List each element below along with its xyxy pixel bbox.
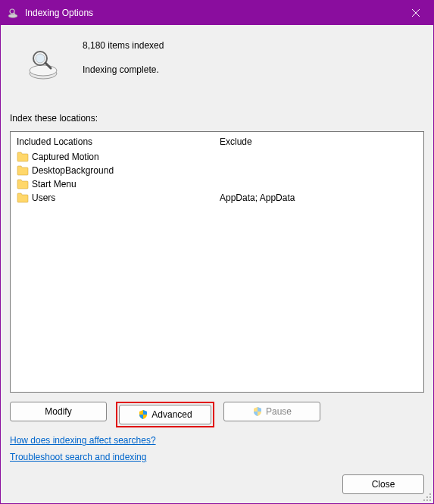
advanced-highlight: Advanced [116,402,214,427]
svg-point-14 [426,499,428,501]
status-text: 8,180 items indexed Indexing complete. [83,36,164,75]
shield-icon [252,406,263,417]
close-icon[interactable] [398,1,433,25]
list-item[interactable]: Start Menu [17,177,417,191]
list-item[interactable]: Users AppData; AppData [17,191,417,205]
locations-listbox[interactable]: Included Locations Exclude Captured Moti… [10,131,424,393]
pause-button: Pause [223,402,320,421]
resize-grip[interactable] [423,493,432,502]
close-button[interactable]: Close [342,474,424,494]
buttons-row: Modify Advanced [10,402,424,427]
locations-rows: Captured Motion DesktopBackground [11,150,423,205]
links-section: How does indexing affect searches? Troub… [10,435,424,468]
advanced-button[interactable]: Advanced [119,405,211,424]
svg-point-11 [426,496,428,498]
folder-icon [17,152,29,162]
indexing-state-label: Indexing complete. [83,64,164,75]
how-indexing-link[interactable]: How does indexing affect searches? [10,435,156,446]
list-item[interactable]: Captured Motion [17,150,417,164]
svg-point-8 [36,54,45,63]
header-exclude: Exclude [220,136,417,147]
items-indexed-label: 8,180 items indexed [83,40,164,51]
location-exclude: AppData; AppData [220,193,417,203]
header-included: Included Locations [17,136,220,147]
shield-icon [138,409,148,420]
svg-point-0 [8,14,17,18]
status-section: 8,180 items indexed Indexing complete. [10,36,424,83]
titlebar: Indexing Options [1,1,433,25]
indexing-icon [7,7,19,19]
svg-point-12 [429,496,431,498]
modify-button[interactable]: Modify [10,402,107,421]
folder-icon [17,165,29,176]
svg-point-10 [429,493,431,495]
location-name: DesktopBackground [32,165,114,176]
svg-point-13 [423,499,425,501]
indexing-options-window: Indexing Options 8,180 items indexed [0,0,434,504]
svg-point-15 [429,499,431,501]
svg-point-6 [30,65,57,76]
footer: Close [10,474,424,494]
folder-icon [17,193,29,203]
folder-icon [17,179,29,189]
list-item[interactable]: DesktopBackground [17,164,417,177]
troubleshoot-link[interactable]: Troubleshoot search and indexing [10,452,146,462]
location-name: Start Menu [32,179,76,189]
location-name: Captured Motion [32,152,99,162]
content-area: 8,180 items indexed Indexing complete. I… [1,25,433,503]
locations-header: Included Locations Exclude [11,132,423,150]
window-title: Indexing Options [25,8,398,18]
locations-label: Index these locations: [10,113,424,124]
magnifier-drive-icon [25,46,61,83]
location-name: Users [32,193,55,203]
